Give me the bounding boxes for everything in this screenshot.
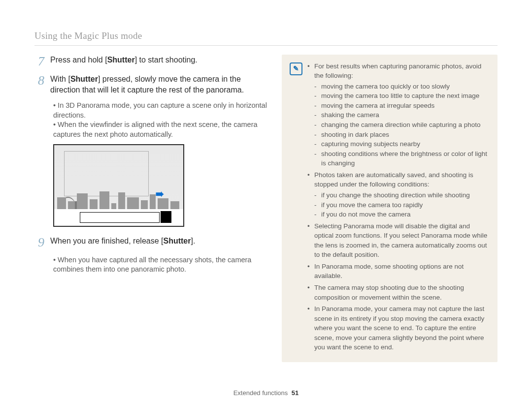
- step-text: Press and hold [Shutter] to start shooti…: [50, 55, 198, 68]
- dash-item: shooting conditions where the brightness…: [314, 149, 490, 168]
- step-text-bold: Shutter: [163, 237, 191, 245]
- dash-item: if you move the camera too rapidly: [314, 200, 490, 210]
- dash-item: moving the camera too little to capture …: [314, 91, 490, 101]
- step-text-bold: Shutter: [107, 56, 135, 64]
- note-intro: Photos taken are automatically saved, an…: [314, 171, 473, 188]
- stopped-list: if you change the shooting direction whi…: [314, 190, 490, 219]
- step-number: 7: [34, 55, 44, 68]
- step-7: 7 Press and hold [Shutter] to start shoo…: [34, 55, 271, 68]
- dash-item: capturing moving subjects nearby: [314, 139, 490, 149]
- step-8-bullets: In 3D Panorama mode, you can capture a s…: [53, 101, 271, 139]
- bullet-item: When you have captured all the necessary…: [53, 255, 271, 275]
- divider: [34, 45, 498, 46]
- step-text: When you are finished, release [Shutter]…: [50, 236, 195, 249]
- dash-item: shaking the camera: [314, 110, 490, 120]
- page-footer: Extended functions 51: [0, 389, 532, 398]
- content-columns: 7 Press and hold [Shutter] to start shoo…: [34, 55, 498, 362]
- manual-page: Using the Magic Plus mode 7 Press and ho…: [0, 0, 532, 401]
- note-list: For best results when capturing panorami…: [307, 62, 490, 354]
- section-heading: Using the Magic Plus mode: [34, 30, 498, 42]
- step-9: 9 When you are finished, release [Shutte…: [34, 236, 271, 249]
- step-text-after: ] to start shooting.: [135, 56, 198, 64]
- dash-item: moving the camera too quickly or too slo…: [314, 82, 490, 92]
- note-item: Selecting Panorama mode will disable the…: [307, 221, 490, 260]
- pan-arrow-icon: ➠: [156, 187, 164, 201]
- bullet-item: In 3D Panorama mode, you can capture a s…: [53, 101, 271, 120]
- step-text-before: Press and hold [: [50, 56, 107, 64]
- note-callout: ✎ For best results when capturing panora…: [282, 55, 498, 362]
- step-number: 8: [34, 74, 44, 95]
- dash-item: if you do not move the camera: [314, 210, 490, 219]
- dash-item: changing the camera direction while capt…: [314, 120, 490, 130]
- note-item: In Panorama mode, your camera may not ca…: [307, 304, 490, 352]
- right-column: ✎ For best results when capturing panora…: [282, 55, 498, 362]
- note-item: For best results when capturing panorami…: [307, 62, 490, 168]
- note-icon: ✎: [290, 62, 302, 75]
- note-item: Photos taken are automatically saved, an…: [307, 170, 490, 219]
- step-text-before: When you are finished, release [: [50, 237, 163, 245]
- step-9-bullets: When you have captured all the necessary…: [53, 255, 271, 275]
- dash-item: if you change the shooting direction whi…: [314, 190, 490, 200]
- page-number: 51: [292, 389, 299, 397]
- panorama-illustration: ➠: [53, 144, 184, 227]
- captured-strip-indicator: [79, 211, 161, 224]
- left-column: 7 Press and hold [Shutter] to start shoo…: [34, 55, 271, 362]
- step-text-before: With [: [50, 75, 70, 83]
- dash-item: shooting in dark places: [314, 130, 490, 140]
- note-item: The camera may stop shooting due to the …: [307, 283, 490, 302]
- step-8: 8 With [Shutter] pressed, slowly move th…: [34, 74, 271, 95]
- dash-item: moving the camera at irregular speeds: [314, 101, 490, 111]
- footer-label: Extended functions: [233, 389, 288, 397]
- note-intro: For best results when capturing panorami…: [314, 62, 481, 80]
- note-item: In Panorama mode, some shooting options …: [307, 262, 490, 281]
- bullet-item: When the viewfinder is aligned with the …: [53, 120, 271, 139]
- step-text-bold: Shutter: [70, 75, 98, 83]
- avoid-list: moving the camera too quickly or too slo…: [314, 82, 490, 168]
- step-text-after: ].: [191, 237, 195, 245]
- step-text: With [Shutter] pressed, slowly move the …: [50, 74, 271, 95]
- step-number: 9: [34, 236, 44, 249]
